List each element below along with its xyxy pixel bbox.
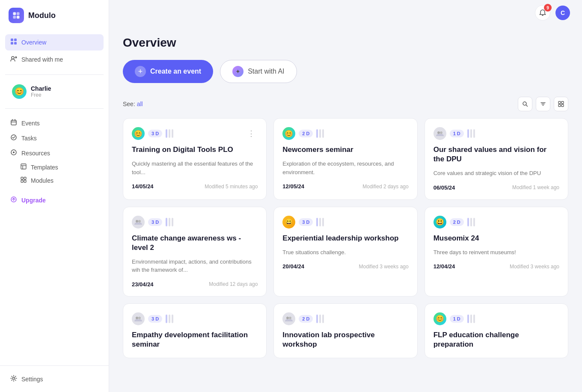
card-title: Experiential leadership workshop — [282, 234, 408, 243]
sidebar-item-shared[interactable]: Shared with me — [5, 51, 104, 68]
card-modified: Modified 1 week ago — [512, 184, 559, 190]
header-user-avatar[interactable]: C — [555, 6, 570, 20]
card-day-badge: 2 D — [299, 315, 313, 323]
grid-view-button[interactable] — [554, 97, 568, 111]
card-day-badge: 1 D — [450, 130, 464, 137]
card-1[interactable]: 😊 2 D Newcomers seminar Exploration of t… — [273, 118, 417, 200]
card-header-left: 😊 1 D — [434, 312, 475, 325]
card-desc: Three days to reinvent museums! — [434, 248, 559, 257]
start-with-ai-label: Start with AI — [248, 68, 284, 75]
content-area: Overview + Create an event ✦ Start with … — [109, 26, 582, 392]
start-with-ai-button[interactable]: ✦ Start with AI — [220, 60, 297, 83]
bar-segment — [473, 315, 475, 323]
card-modified: Modified 3 weeks ago — [359, 264, 409, 270]
bar-segment — [322, 218, 324, 226]
events-icon — [10, 119, 17, 127]
svg-point-19 — [13, 377, 15, 380]
svg-point-20 — [523, 102, 526, 105]
card-2[interactable]: 1 D Our shared values and vision for the… — [425, 118, 568, 200]
sidebar-item-modules[interactable]: Modules — [5, 174, 104, 187]
card-bar — [166, 315, 173, 323]
card-desc: Quickly mastering all the essential feat… — [132, 160, 258, 176]
sidebar-divider-1 — [5, 74, 104, 75]
bar-segment — [172, 218, 173, 226]
card-header: 😄 3 D — [282, 216, 408, 229]
svg-rect-2 — [13, 16, 16, 19]
avatar: 😊 — [12, 84, 27, 99]
card-6[interactable]: 3 D Empathy development facilitation sem… — [123, 303, 267, 358]
overview-icon — [10, 38, 17, 47]
svg-rect-15 — [24, 177, 26, 179]
sidebar-item-resources[interactable]: Resources — [5, 146, 104, 160]
sidebar-item-tasks[interactable]: Tasks — [5, 131, 104, 146]
ai-icon: ✦ — [232, 66, 243, 77]
card-header: 2 D — [282, 312, 408, 325]
card-desc: True situations challenge. — [282, 248, 408, 257]
card-date: 20/04/24 — [282, 263, 304, 270]
sidebar-item-events[interactable]: Events — [5, 116, 104, 131]
card-title: Empathy development facilitation seminar — [132, 330, 258, 349]
user-section: 😊 Charlie Free — [5, 80, 104, 103]
svg-rect-7 — [14, 42, 17, 45]
card-5[interactable]: 😃 2 D Museomix 24 Three days to reinvent… — [425, 207, 568, 297]
card-bar — [316, 129, 324, 138]
bar-segment — [166, 218, 167, 226]
card-4[interactable]: 😄 3 D Experiential leadership workshop T… — [273, 207, 417, 297]
sidebar-divider-2 — [5, 108, 104, 109]
card-header-left: 2 D — [282, 312, 324, 325]
create-event-button[interactable]: + Create an event — [123, 60, 213, 83]
sidebar-logo: Modulo — [0, 0, 109, 31]
svg-rect-14 — [21, 177, 23, 179]
card-modified: Modified 5 minutes ago — [205, 184, 258, 190]
svg-rect-1 — [17, 12, 20, 15]
resources-label: Resources — [21, 150, 50, 157]
card-header: 😊 2 D — [282, 127, 408, 140]
svg-rect-17 — [24, 180, 26, 182]
card-3[interactable]: 3 D Climate change awareness ws - level … — [123, 207, 267, 297]
card-bar — [316, 315, 324, 323]
cards-grid: 😊 3 D ⋮ Training on Digital Tools PLO Qu… — [123, 118, 568, 358]
events-label: Events — [21, 120, 40, 127]
templates-icon — [21, 163, 27, 171]
filter-row: See: all — [123, 97, 568, 111]
svg-rect-9 — [11, 120, 16, 125]
card-date: 23/04/24 — [132, 281, 154, 288]
card-desc: Exploration of the ecosystem, resources,… — [282, 160, 408, 176]
see-all-filter: See: all — [123, 101, 143, 107]
card-title: Climate change awareness ws - level 2 — [132, 234, 258, 252]
card-7[interactable]: 2 D Innovation lab prospective workshop — [273, 303, 417, 358]
card-header-left: 3 D — [132, 312, 173, 325]
filter-icons-group — [518, 97, 568, 111]
action-buttons: + Create an event ✦ Start with AI — [123, 60, 568, 83]
card-bar — [467, 218, 475, 226]
sidebar-item-upgrade[interactable]: Upgrade — [5, 192, 104, 208]
svg-rect-21 — [558, 101, 561, 104]
bar-segment — [322, 129, 324, 138]
card-title: Training on Digital Tools PLO — [132, 145, 258, 154]
card-title: FLP education challenge preparation — [434, 330, 559, 349]
search-filter-button[interactable] — [518, 97, 532, 111]
sidebar-item-settings[interactable]: Settings — [5, 371, 104, 387]
card-8[interactable]: 😊 1 D FLP education challenge preparatio… — [425, 303, 568, 358]
card-desc: Core values and strategic vision of the … — [434, 169, 559, 178]
sidebar-item-overview[interactable]: Overview — [5, 34, 104, 50]
card-footer: 06/05/24 Modified 1 week ago — [434, 184, 559, 191]
upgrade-label: Upgrade — [21, 197, 46, 204]
bar-segment — [169, 129, 170, 138]
card-0[interactable]: 😊 3 D ⋮ Training on Digital Tools PLO Qu… — [123, 118, 267, 200]
templates-label: Templates — [31, 164, 58, 171]
sidebar-item-templates[interactable]: Templates — [5, 160, 104, 174]
create-event-label: Create an event — [150, 68, 201, 75]
bar-segment — [470, 129, 472, 138]
header-bar: 9 C — [109, 0, 582, 26]
sort-filter-button[interactable] — [536, 97, 550, 111]
sidebar: Modulo Overview Shared w — [0, 0, 109, 392]
card-more-button[interactable]: ⋮ — [245, 128, 258, 139]
app-logo-icon — [9, 8, 24, 23]
all-link[interactable]: all — [137, 101, 143, 107]
bar-segment — [467, 129, 469, 138]
svg-point-8 — [12, 56, 14, 59]
card-day-badge: 2 D — [450, 218, 464, 226]
card-avatar — [282, 312, 295, 325]
notifications-button[interactable]: 9 — [535, 5, 550, 21]
